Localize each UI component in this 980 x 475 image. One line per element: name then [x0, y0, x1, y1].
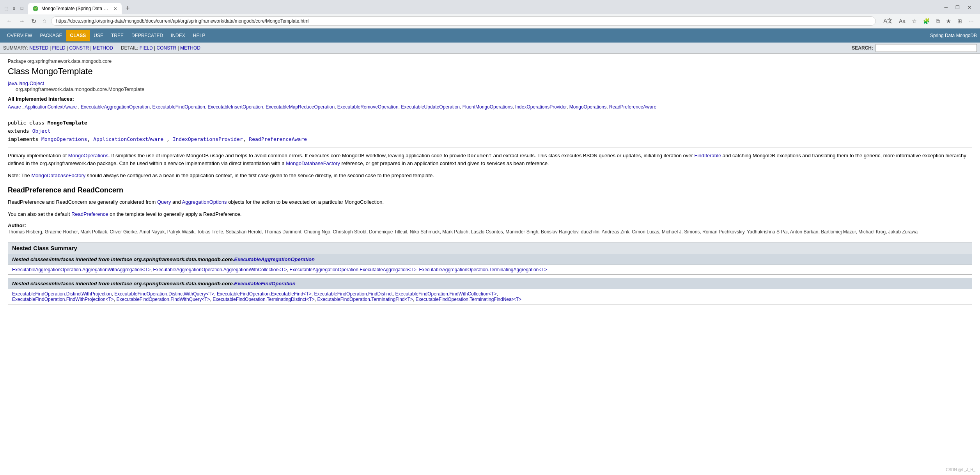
- nested-2-link-6[interactable]: ExecutableFindOperation.FindWithProjecti…: [12, 297, 114, 302]
- iface-executablefind[interactable]: ExecutableFindOperation: [152, 104, 205, 110]
- close-button[interactable]: ✕: [965, 4, 974, 11]
- browser-icon-2[interactable]: 🗉: [11, 5, 17, 11]
- desc-finditerable-link[interactable]: FindIterable: [694, 153, 721, 158]
- summary-nested[interactable]: NESTED: [29, 45, 48, 51]
- description: Primary implementation of MongoOperation…: [8, 152, 972, 168]
- nav-use[interactable]: USE: [90, 30, 107, 41]
- active-tab[interactable]: 🌱 MongoTemplate (Spring Data M... ×: [28, 3, 122, 14]
- back-button[interactable]: ←: [5, 17, 14, 25]
- restore-button[interactable]: ❐: [953, 4, 962, 11]
- divider-1: [8, 115, 972, 115]
- minimize-button[interactable]: ─: [942, 4, 950, 11]
- browser-icon-1[interactable]: ⬚: [3, 5, 9, 11]
- forward-button[interactable]: →: [17, 17, 27, 25]
- code-implements: implements: [8, 136, 41, 142]
- home-button[interactable]: ⌂: [41, 17, 48, 25]
- summary-bar: SUMMARY: NESTED | FIELD | CONSTR | METHO…: [0, 43, 980, 54]
- nested-header-2-link[interactable]: ExecutableFindOperation: [234, 281, 295, 286]
- favorites-button[interactable]: ★: [945, 17, 953, 25]
- author-section: Author: Thomas Risberg, Graeme Rocher, M…: [8, 222, 972, 236]
- nested-2-link-10[interactable]: ExecutableFindOperation.TerminatingFindN…: [416, 297, 521, 302]
- detail-constr[interactable]: CONSTR: [157, 45, 177, 51]
- refresh-button[interactable]: ↻: [30, 17, 38, 26]
- code-appcontextaware[interactable]: ApplicationContextAware: [93, 136, 163, 142]
- desc-readpreference-link[interactable]: ReadPreference: [71, 211, 108, 217]
- iface-executableaggregation[interactable]: ExecutableAggregationOperation: [81, 104, 150, 110]
- summary-constr[interactable]: CONSTR: [69, 45, 89, 51]
- collections-button[interactable]: ⊞: [956, 17, 964, 25]
- nested-1-link-2[interactable]: ExecutableAggregationOperation.Aggregati…: [153, 267, 287, 272]
- iface-executableremove[interactable]: ExecutableRemoveOperation: [337, 104, 399, 110]
- nested-1-link-1[interactable]: ExecutableAggregationOperation.Aggregati…: [12, 267, 151, 272]
- nested-2-link-3[interactable]: ExecutableFindOperation.ExecutableFind<T…: [217, 291, 312, 297]
- iface-indexoperations[interactable]: IndexOperationsProvider: [515, 104, 567, 110]
- nested-2-link-9[interactable]: ExecutableFindOperation.TerminatingFind<…: [317, 297, 413, 302]
- extensions-button[interactable]: 🧩: [922, 17, 931, 25]
- url-text: https://docs.spring.io/spring-data/mongo…: [56, 18, 871, 24]
- code-readprefaware[interactable]: ReadPreferenceAware: [249, 136, 307, 142]
- desc-query-link[interactable]: Query: [157, 199, 171, 205]
- desc-mongodatabasefactory-link[interactable]: MongoDatabaseFactory: [286, 160, 340, 166]
- tab-bar: ⬚ 🗉 □ 🌱 MongoTemplate (Spring Data M... …: [0, 0, 980, 14]
- author-text: Thomas Risberg, Graeme Rocher, Mark Poll…: [8, 228, 972, 236]
- nav-help[interactable]: HELP: [189, 30, 209, 41]
- nested-2-link-7[interactable]: ExecutableFindOperation.FindWithQuery<T>: [116, 297, 210, 302]
- bookmark-button[interactable]: ☆: [910, 17, 918, 25]
- code-object-link[interactable]: Object: [32, 128, 51, 134]
- nested-row-1: ExecutableAggregationOperation.Aggregati…: [8, 265, 972, 274]
- iface-applicationcontextaware[interactable]: ApplicationContextAware: [25, 104, 77, 110]
- browser-actions: A文 Aa ☆ 🧩 ⧉ ★ ⊞ ⋯: [882, 17, 975, 25]
- iface-fluentmongo[interactable]: FluentMongoOperations: [463, 104, 513, 110]
- address-bar: ← → ↻ ⌂ https://docs.spring.io/spring-da…: [0, 14, 980, 28]
- nested-header-1-link[interactable]: ExecutableAggregationOperation: [234, 256, 315, 262]
- read-button[interactable]: Aa: [897, 17, 907, 25]
- url-bar[interactable]: https://docs.spring.io/spring-data/mongo…: [51, 16, 876, 26]
- summary-method[interactable]: METHOD: [93, 45, 113, 51]
- nested-table-2: Nested classes/interfaces inherited from…: [8, 278, 972, 304]
- detail-method[interactable]: METHOD: [180, 45, 200, 51]
- search-input[interactable]: [875, 44, 977, 52]
- iface-executablemapreduce[interactable]: ExecutableMapReduceOperation: [266, 104, 335, 110]
- iface-executableupdate[interactable]: ExecutableUpdateOperation: [401, 104, 460, 110]
- iface-readpref[interactable]: ReadPreferenceAware: [609, 104, 656, 110]
- nested-table-1: Nested classes/interfaces inherited from…: [8, 254, 972, 275]
- code-mongooperations[interactable]: MongoOperations: [41, 136, 87, 142]
- nav-deprecated[interactable]: DEPRECATED: [128, 30, 167, 41]
- nav-package[interactable]: PACKAGE: [36, 30, 66, 41]
- code-indexopsprovider[interactable]: IndexOperationsProvider: [173, 136, 243, 142]
- nested-2-link-2[interactable]: ExecutableFindOperation.DistinctWithQuer…: [114, 291, 214, 297]
- nav-class[interactable]: CLASS: [66, 30, 90, 41]
- nested-1-link-3[interactable]: ExecutableAggregationOperation.Executabl…: [289, 267, 416, 272]
- nav-overview[interactable]: OVERVIEW: [3, 30, 36, 41]
- nested-2-link-1[interactable]: ExecutableFindOperation.DistinctWithProj…: [12, 291, 112, 297]
- nested-2-link-5[interactable]: ExecutableFindOperation.FindWithCollecti…: [395, 291, 497, 297]
- nested-1-link-4[interactable]: ExecutableAggregationOperation.Terminati…: [419, 267, 547, 272]
- nav-index[interactable]: INDEX: [167, 30, 189, 41]
- summary-field[interactable]: FIELD: [52, 45, 66, 51]
- translate-button[interactable]: A文: [882, 17, 894, 25]
- iface-executableinsert[interactable]: ExecutableInsertOperation: [208, 104, 263, 110]
- nav-tree[interactable]: TREE: [107, 30, 128, 41]
- desc-mongooperations-link[interactable]: MongoOperations: [68, 153, 108, 158]
- nested-header-2: Nested classes/interfaces inherited from…: [8, 278, 972, 289]
- menu-button[interactable]: ⋯: [967, 17, 975, 25]
- nested-2-link-4[interactable]: ExecutableFindOperation.FindDistinct: [314, 291, 392, 297]
- search-area: SEARCH:: [852, 44, 977, 52]
- browser-icons-left: ⬚ 🗉 □: [3, 5, 25, 11]
- nested-2-link-8[interactable]: ExecutableFindOperation.TerminatingDisti…: [213, 297, 314, 302]
- interfaces-section: All Implemented Interfaces: Aware , Appl…: [8, 96, 972, 111]
- browser-icon-3[interactable]: □: [19, 5, 25, 11]
- new-tab-button[interactable]: +: [123, 4, 132, 12]
- inheritance-java-lang-object[interactable]: java.lang.Object: [8, 80, 44, 86]
- summary-text: SUMMARY:: [3, 45, 29, 51]
- tab-favicon: 🌱: [33, 6, 38, 11]
- tab-close-button[interactable]: ×: [114, 5, 117, 12]
- iface-mongooperations[interactable]: MongoOperations: [569, 104, 606, 110]
- note-mongodatabasefactory-link[interactable]: MongoDatabaseFactory: [31, 173, 85, 178]
- split-button[interactable]: ⧉: [934, 17, 941, 25]
- iface-aware[interactable]: Aware: [8, 104, 21, 110]
- interfaces-list: Aware , ApplicationContextAware , Execut…: [8, 103, 972, 111]
- desc-aggregationoptions-link[interactable]: AggregationOptions: [182, 199, 227, 205]
- detail-field[interactable]: FIELD: [140, 45, 153, 51]
- detail-text: DETAIL:: [121, 45, 140, 51]
